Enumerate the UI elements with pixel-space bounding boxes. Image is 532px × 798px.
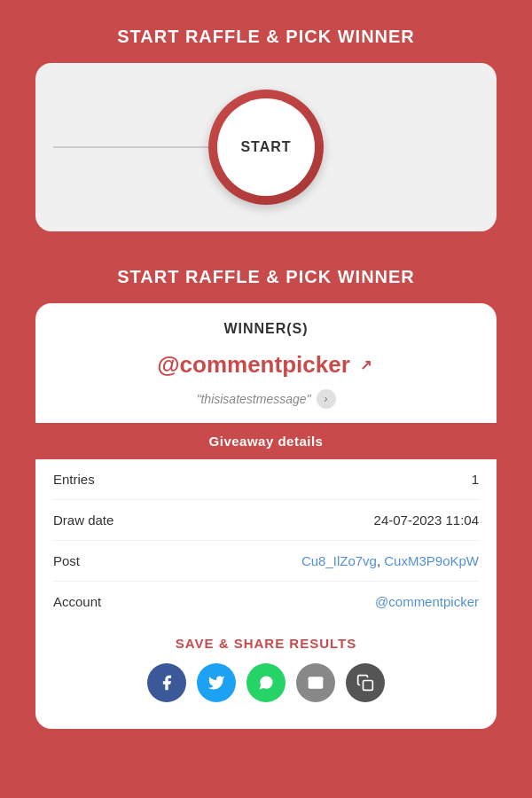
raffle-card-1: START — [35, 63, 497, 231]
winner-message-row: "thisisatestmessage" › — [35, 386, 497, 423]
details-row-account: Account @commentpicker — [53, 582, 479, 622]
giveaway-details-bar: Giveaway details — [35, 423, 497, 459]
post-label: Post — [53, 553, 80, 568]
twitter-share-button[interactable] — [197, 663, 236, 702]
section2-title: START RAFFLE & PICK WINNER — [117, 267, 415, 287]
section1-title: START RAFFLE & PICK WINNER — [117, 27, 415, 47]
external-link-icon[interactable]: ↗ — [357, 356, 375, 374]
winner-profile-link[interactable]: @commentpicker — [157, 351, 350, 379]
start-raffle-button[interactable]: START — [208, 90, 324, 205]
message-expand-button[interactable]: › — [317, 389, 336, 409]
entries-value: 1 — [472, 472, 479, 487]
account-label: Account — [53, 594, 101, 609]
save-share-title: SAVE & SHARE RESULTS — [35, 622, 497, 663]
post-value: Cu8_IlZo7vg, CuxM3P9oKpW — [301, 553, 479, 568]
winners-header: WINNER(S) — [35, 303, 497, 348]
details-table: Entries 1 Draw date 24-07-2023 11:04 Pos… — [35, 459, 497, 622]
drawdate-label: Draw date — [53, 512, 113, 528]
drawdate-value: 24-07-2023 11:04 — [374, 512, 479, 528]
whatsapp-share-button[interactable] — [246, 663, 286, 702]
facebook-share-button[interactable] — [147, 663, 186, 702]
results-card: WINNER(S) @commentpicker ↗ "thisisatestm… — [35, 303, 497, 729]
details-row-post: Post Cu8_IlZo7vg, CuxM3P9oKpW — [53, 541, 479, 582]
details-row-drawdate: Draw date 24-07-2023 11:04 — [53, 500, 479, 541]
start-button-label: START — [217, 98, 315, 196]
post-link-1[interactable]: Cu8_IlZo7vg — [301, 553, 377, 568]
winner-name-row: @commentpicker ↗ — [35, 348, 497, 386]
copy-share-button[interactable] — [346, 663, 385, 702]
section2-wrapper: START RAFFLE & PICK WINNER WINNER(S) @co… — [35, 267, 497, 729]
email-share-button[interactable] — [296, 663, 335, 702]
winner-message-text: "thisisatestmessage" — [197, 392, 311, 406]
social-buttons-row — [35, 663, 497, 711]
account-value: @commentpicker — [375, 594, 479, 609]
account-link[interactable]: @commentpicker — [375, 594, 479, 609]
post-link-2[interactable]: CuxM3P9oKpW — [384, 553, 479, 568]
details-row-entries: Entries 1 — [53, 459, 479, 500]
svg-rect-0 — [364, 681, 373, 691]
entries-label: Entries — [53, 472, 95, 487]
